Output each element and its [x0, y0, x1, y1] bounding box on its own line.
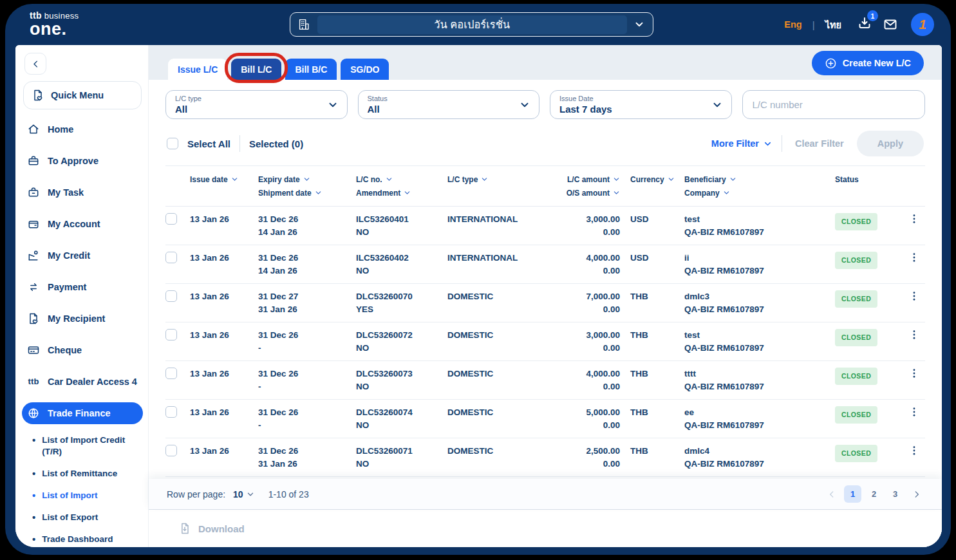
sidebar-subitem-label: List of Export — [42, 512, 98, 523]
row-checkbox[interactable] — [165, 290, 177, 302]
kebab-menu-icon[interactable] — [908, 290, 920, 302]
kebab-menu-icon[interactable] — [908, 368, 920, 379]
sidebar-item-my-account[interactable]: My Account — [22, 208, 143, 239]
sidebar-item-trade-finance[interactable]: Trade Finance — [22, 402, 143, 424]
tab-bill-b-c[interactable]: Bill B/C — [285, 59, 337, 80]
sort-chevron-icon — [613, 189, 620, 196]
col-header-amendment[interactable]: Amendment — [356, 186, 447, 200]
status-badge: CLOSED — [835, 406, 877, 424]
sidebar-item-home[interactable]: Home — [22, 113, 143, 145]
tab-sg-do[interactable]: SG/DO — [341, 59, 389, 80]
tab-bill-l-c[interactable]: Bill L/C — [231, 59, 281, 80]
sidebar-item-my-recipient[interactable]: My Recipient — [22, 303, 143, 334]
avatar[interactable]: 1 — [911, 13, 934, 36]
cell-issue-date: 13 Jan 26 — [190, 445, 258, 457]
apply-button[interactable]: Apply — [857, 131, 924, 156]
brand-name: one. — [30, 21, 158, 38]
sidebar-submenu: • List of Import Credit (T/R) • List of … — [22, 429, 143, 547]
cell-shipment-date: - — [258, 342, 356, 354]
brand-logo[interactable]: ttb business one. — [30, 11, 158, 38]
row-checkbox[interactable] — [165, 368, 177, 379]
language-toggle-eng[interactable]: Eng — [784, 19, 801, 30]
status-filter-label: Status — [368, 95, 530, 103]
lc-number-input[interactable] — [742, 90, 926, 119]
col-header-os-amount[interactable]: O/S amount — [554, 186, 630, 200]
col-header-issue-date[interactable]: Issue date — [190, 173, 258, 186]
col-header-lc-type[interactable]: L/C type — [447, 173, 554, 186]
chevron-left-icon — [31, 59, 41, 69]
create-new-lc-button[interactable]: Create New L/C — [812, 51, 924, 75]
row-checkbox[interactable] — [165, 252, 177, 263]
sidebar-subitem-list-of-remittance[interactable]: • List of Remittance — [22, 463, 143, 485]
cell-amendment: NO — [356, 419, 447, 431]
select-all-checkbox[interactable] — [167, 138, 178, 149]
tab-issue-l-c[interactable]: Issue L/C — [168, 59, 227, 80]
table-row: 13 Jan 26 31 Dec 2614 Jan 26 ILC53260402… — [165, 245, 925, 284]
downloads-button[interactable]: 1 — [857, 15, 872, 33]
divider — [239, 135, 240, 152]
sort-chevron-icon — [404, 189, 411, 196]
clear-filter-button[interactable]: Clear Filter — [795, 138, 844, 149]
kebab-menu-icon[interactable] — [908, 445, 920, 456]
sidebar-item-label: Car Dealer Access 4 — [48, 377, 137, 387]
sidebar-item-my-task[interactable]: My Task — [22, 176, 143, 208]
app-window: ttb business one. วัน คอเปอร์เรชั่น Eng … — [5, 4, 951, 555]
col-header-lc-amount[interactable]: L/C amount — [554, 173, 630, 186]
sidebar-item-label: My Recipient — [48, 313, 105, 324]
sidebar-item-car-dealer-access-4[interactable]: ttb Car Dealer Access 4 — [22, 366, 143, 397]
sidebar-item-cheque[interactable]: Cheque — [22, 334, 143, 366]
sidebar-subitem-list-of-import-credit-t-r[interactable]: • List of Import Credit (T/R) — [22, 429, 143, 463]
sidebar-item-label: Cheque — [48, 345, 82, 355]
kebab-menu-icon[interactable] — [908, 406, 920, 418]
kebab-menu-icon[interactable] — [908, 252, 920, 263]
col-header-currency[interactable]: Currency — [630, 173, 684, 186]
page-button-1[interactable]: 1 — [844, 485, 861, 503]
row-checkbox[interactable] — [165, 329, 177, 341]
sidebar-subitem-list-of-export[interactable]: • List of Export — [22, 507, 143, 528]
row-checkbox[interactable] — [165, 213, 177, 225]
page-next-button[interactable] — [908, 485, 925, 503]
col-header-beneficiary[interactable]: Beneficiary — [684, 173, 835, 186]
sidebar-subitem-trade-dashboard[interactable]: • Trade Dashboard — [22, 528, 143, 547]
language-toggle-thai[interactable]: ไทย — [825, 17, 841, 32]
download-button[interactable]: Download — [149, 510, 942, 547]
cell-beneficiary: dmlc3 — [684, 290, 835, 303]
col-header-shipment-date[interactable]: Shipment date — [258, 186, 356, 200]
kebab-menu-icon[interactable] — [908, 329, 920, 341]
cell-company: QA-BIZ RM6107897 — [684, 419, 835, 431]
sidebar-item-my-credit[interactable]: My Credit — [22, 239, 143, 271]
plus-circle-icon — [825, 57, 837, 70]
cell-issue-date: 13 Jan 26 — [190, 252, 258, 264]
mail-icon[interactable] — [883, 17, 898, 32]
issue-date-filter[interactable]: Issue Date Last 7 days — [550, 90, 732, 119]
cell-shipment-date: - — [258, 419, 356, 431]
row-checkbox[interactable] — [165, 406, 177, 418]
page-button-3[interactable]: 3 — [886, 485, 904, 503]
col-header-expiry-date[interactable]: Expiry date — [258, 173, 356, 186]
row-checkbox[interactable] — [165, 445, 177, 456]
sidebar-item-to-approve[interactable]: To Approve — [22, 145, 143, 176]
cell-issue-date: 13 Jan 26 — [190, 213, 258, 225]
status-filter-value: All — [368, 103, 530, 115]
sidebar-item-label: My Credit — [48, 250, 90, 261]
page-button-2[interactable]: 2 — [865, 485, 883, 503]
cell-issue-date: 13 Jan 26 — [190, 329, 258, 341]
rows-per-page-select[interactable]: 10 — [233, 489, 254, 499]
lc-type-filter[interactable]: L/C type All — [165, 90, 348, 119]
sidebar-subitem-list-of-import[interactable]: • List of Import — [22, 485, 143, 507]
sidebar-collapse-button[interactable] — [24, 53, 46, 75]
status-badge: CLOSED — [835, 329, 877, 346]
company-selector[interactable]: วัน คอเปอร์เรชั่น — [290, 12, 653, 37]
lc-type-filter-label: L/C type — [175, 95, 338, 103]
more-filter-button[interactable]: More Filter — [711, 138, 773, 149]
select-all-label[interactable]: Select All — [187, 138, 230, 149]
kebab-menu-icon[interactable] — [908, 213, 920, 225]
sidebar-item-payment[interactable]: Payment — [22, 271, 143, 303]
col-header-lc-no[interactable]: L/C no. — [356, 173, 447, 186]
status-filter[interactable]: Status All — [358, 90, 540, 119]
cell-lc-type: DOMESTIC — [447, 445, 554, 457]
col-header-company[interactable]: Company — [684, 186, 835, 200]
page-prev-button[interactable] — [823, 485, 840, 503]
sidebar-item-quick-menu[interactable]: Quick Menu — [23, 81, 142, 109]
cell-os-amount: 0.00 — [554, 342, 620, 354]
